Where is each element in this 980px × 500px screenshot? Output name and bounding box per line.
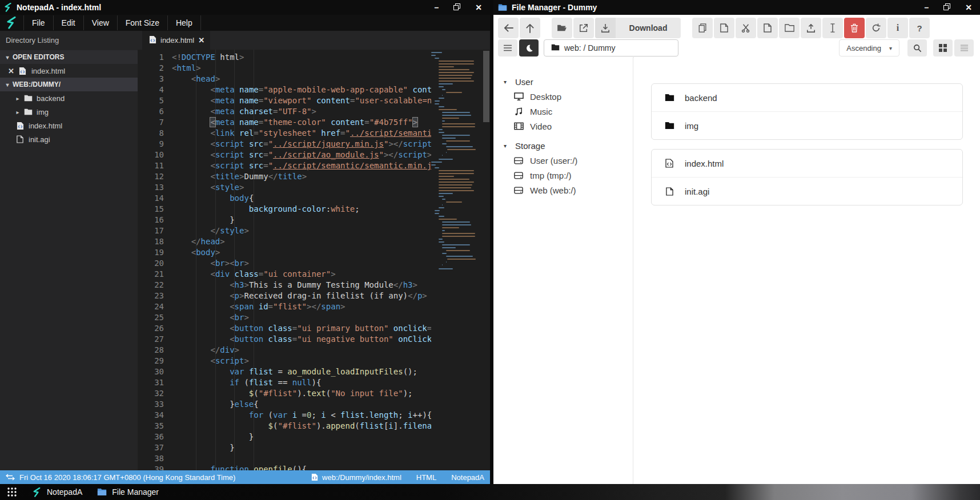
tree-section-workspace[interactable]: ▾WEB:/DUMMY/ <box>0 78 138 91</box>
code-line[interactable]: 11 <script src="../script/semantic/seman… <box>138 160 431 171</box>
code-line[interactable]: 10 <script src="../script/ao_module.js">… <box>138 150 431 160</box>
menu-font-size[interactable]: Font Size <box>117 15 167 30</box>
code-line[interactable]: 6 <meta charset="UTF-8"> <box>138 106 431 117</box>
sidebar-item-web[interactable]: Web (web:/) <box>493 183 633 197</box>
code-line[interactable]: 31 if (flist == null){ <box>138 377 431 388</box>
file-row-backend[interactable]: backend <box>652 84 962 112</box>
sidebar-section-user[interactable]: ▾User <box>493 74 633 89</box>
editor-scrollbar[interactable] <box>483 50 490 470</box>
tree-section-open-editors[interactable]: ▾OPEN EDITORS <box>0 50 138 64</box>
code-line[interactable]: 27 <button class="ui negative button" on… <box>138 334 431 345</box>
tab-close-icon[interactable]: ✕ <box>198 36 204 45</box>
menu-edit[interactable]: Edit <box>53 15 83 30</box>
menu-view[interactable]: View <box>83 15 117 30</box>
code-line[interactable]: 37 } <box>138 442 431 453</box>
taskbar-item-file-manager[interactable]: File Manager <box>97 487 159 497</box>
close-icon[interactable]: ✕ <box>475 3 482 11</box>
code-line[interactable]: 20 <br><br> <box>138 258 431 269</box>
sidebar-item-user[interactable]: User (user:/) <box>493 153 633 168</box>
open-editor-item[interactable]: ✕index.html <box>0 64 138 78</box>
status-file-path[interactable]: web:/Dummy/index.html <box>322 473 401 482</box>
code-line[interactable]: 7 <meta name="theme-color" content="#4b7… <box>138 117 431 128</box>
grid-view-icon[interactable] <box>933 39 953 57</box>
code-line[interactable]: 22 <h3>This is a Dummy Testing Module</h… <box>138 280 431 291</box>
code-line[interactable]: 26 <button class="ui primary button" onc… <box>138 323 431 334</box>
sidebar-item-music[interactable]: Music <box>493 104 633 119</box>
code-line[interactable]: 23 <p>Received drag-in filelist (if any)… <box>138 291 431 301</box>
status-language[interactable]: HTML <box>416 473 436 482</box>
tree-item-init-agi[interactable]: init.agi <box>0 132 138 146</box>
up-button[interactable] <box>520 18 540 38</box>
delete-button[interactable] <box>844 18 865 38</box>
code-line[interactable]: 24 <span id="flist"></span> <box>138 301 431 312</box>
close-icon[interactable]: ✕ <box>965 3 972 11</box>
sidebar-item-video[interactable]: Video <box>493 119 633 134</box>
code-line[interactable]: 29 <script> <box>138 356 431 366</box>
code-line[interactable]: 18 </head> <box>138 236 431 247</box>
code-line[interactable]: 38 <box>138 453 431 464</box>
rename-button[interactable] <box>822 18 843 38</box>
menu-help[interactable]: Help <box>167 15 201 30</box>
restore-icon[interactable] <box>943 3 950 11</box>
file-row-img[interactable]: img <box>652 112 962 139</box>
upload-button[interactable] <box>801 18 821 38</box>
code-line[interactable]: 13 <style> <box>138 182 431 193</box>
code-line[interactable]: 2<html> <box>138 63 431 74</box>
download-button[interactable]: Download <box>595 18 681 38</box>
code-line[interactable]: 33 }else{ <box>138 399 431 410</box>
sidebar-item-desktop[interactable]: Desktop <box>493 89 633 104</box>
code-line[interactable]: 3 <head> <box>138 74 431 84</box>
sidebar-item-tmp[interactable]: tmp (tmp:/) <box>493 168 633 183</box>
menu-file[interactable]: File <box>23 15 53 30</box>
scrollbar-thumb[interactable] <box>483 51 489 122</box>
sidebar-section-storage[interactable]: ▾Storage <box>493 138 633 153</box>
code-line[interactable]: 4 <meta name="apple-mobile-web-app-capab… <box>138 84 431 95</box>
open-button[interactable] <box>552 18 572 38</box>
code-editor[interactable]: 1<!DOCTYPE html>2<html>3 <head>4 <meta n… <box>138 50 483 470</box>
dark-mode-moon-icon[interactable] <box>519 39 539 57</box>
code-line[interactable]: 8 <link rel="stylesheet" href="../script… <box>138 128 431 139</box>
info-button[interactable]: i <box>887 18 908 38</box>
cut-button[interactable] <box>736 18 756 38</box>
breadcrumb-path[interactable]: web: / Dummy <box>544 39 678 57</box>
external-button[interactable] <box>573 18 594 38</box>
new-folder-button[interactable] <box>779 18 800 38</box>
copy-button[interactable] <box>692 18 713 38</box>
paste-button[interactable] <box>714 18 734 38</box>
file-row-index-html[interactable]: index.html <box>652 150 962 178</box>
restore-icon[interactable] <box>453 3 460 11</box>
code-line[interactable]: 14 body{ <box>138 193 431 204</box>
editor-minimap[interactable] <box>431 52 475 470</box>
code-line[interactable]: 30 var flist = ao_module_loadInputFiles(… <box>138 366 431 377</box>
code-line[interactable]: 5 <meta name="viewport" content="user-sc… <box>138 95 431 106</box>
taskbar-item-notepada[interactable]: NotepadA <box>32 487 82 497</box>
list-view-icon[interactable] <box>954 39 974 57</box>
code-line[interactable]: 25 <br> <box>138 312 431 323</box>
code-line[interactable]: 39 function openfile(){ <box>138 464 431 470</box>
code-line[interactable]: 19 <body> <box>138 247 431 258</box>
sort-order-dropdown[interactable]: Ascending▾ <box>839 39 899 57</box>
menu-icon[interactable] <box>498 39 517 57</box>
close-icon[interactable]: ✕ <box>8 67 14 75</box>
tab-index-html[interactable]: index.html ✕ <box>142 31 210 50</box>
help-button[interactable]: ? <box>909 18 930 38</box>
code-line[interactable]: 12 <title>Dummy</title> <box>138 171 431 182</box>
code-line[interactable]: 32 $("#flist").text("No input file"); <box>138 388 431 399</box>
minimize-icon[interactable]: – <box>434 3 439 11</box>
code-line[interactable]: 17 </style> <box>138 225 431 236</box>
refresh-button[interactable] <box>866 18 886 38</box>
back-button[interactable] <box>498 18 519 38</box>
app-launcher-icon[interactable] <box>7 487 17 497</box>
minimize-icon[interactable]: – <box>924 3 929 11</box>
search-icon[interactable] <box>907 39 927 57</box>
tree-item-index-html[interactable]: index.html <box>0 119 138 132</box>
tree-item-img[interactable]: ▸img <box>0 105 138 119</box>
code-line[interactable]: 1<!DOCTYPE html> <box>138 52 431 63</box>
code-line[interactable]: 15 background-color:white; <box>138 204 431 215</box>
code-line[interactable]: 21 <div class="ui container"> <box>138 269 431 280</box>
code-line[interactable]: 9 <script src="../script/jquery.min.js">… <box>138 139 431 150</box>
code-line[interactable]: 36 } <box>138 432 431 442</box>
code-line[interactable]: 16 } <box>138 215 431 225</box>
code-area[interactable]: 1<!DOCTYPE html>2<html>3 <head>4 <meta n… <box>138 52 431 470</box>
tree-item-backend[interactable]: ▸backend <box>0 91 138 105</box>
